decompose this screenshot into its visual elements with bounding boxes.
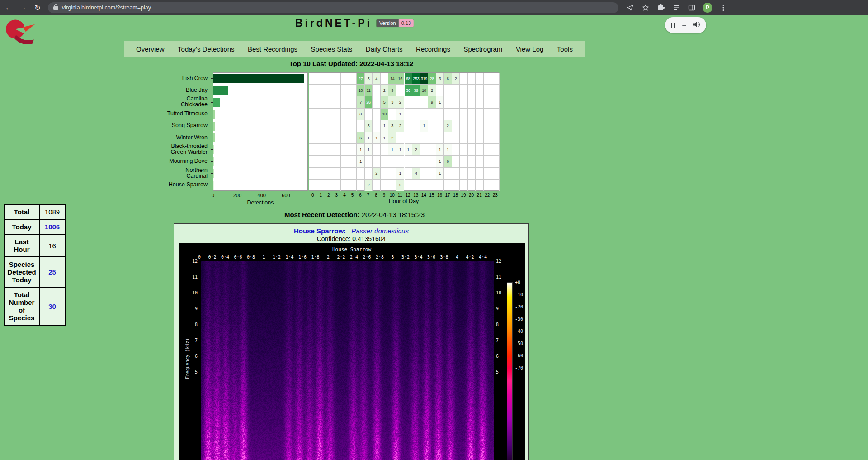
heatmap-cell: [452, 132, 460, 144]
hour-tick-label: 22: [485, 193, 490, 198]
spectrogram-y-tick-right: 6: [496, 354, 499, 359]
heatmap-cell: [341, 73, 349, 85]
nav-item-spectrogram[interactable]: Spectrogram: [460, 45, 506, 53]
recent-detection-value: 2022-04-13 18:15:23: [362, 211, 425, 218]
hour-tick-label: 0: [311, 193, 314, 198]
heatmap-cell: 10: [381, 109, 389, 120]
heatmap-cell: [405, 120, 413, 132]
stat-value[interactable]: 25: [39, 257, 65, 287]
heatmap-cell: [420, 180, 429, 191]
heatmap-cell: [412, 180, 420, 191]
spectrogram-y-tick: 7: [184, 338, 198, 343]
audio-player[interactable]: [665, 17, 706, 33]
hour-tick-label: 18: [453, 193, 458, 198]
heatmap-cell: [373, 120, 381, 132]
species-label: Black-throated Green Warbler: [163, 143, 211, 155]
heatmap-cell: [365, 156, 373, 167]
nav-item-today-s-detections[interactable]: Today's Detections: [174, 45, 238, 53]
heatmap-cell: 1: [436, 144, 444, 156]
spectrogram-x-tick: 0·6: [234, 255, 242, 260]
x-tick-label: 600: [282, 193, 290, 198]
detections-bar: [213, 133, 215, 142]
nav-item-daily-charts[interactable]: Daily Charts: [362, 45, 406, 53]
heatmap-cell: 1: [373, 132, 381, 144]
menu-icon[interactable]: [719, 3, 728, 12]
reading-list-icon[interactable]: [672, 3, 681, 12]
heatmap-cell: [325, 85, 333, 96]
stat-label: Species Detected Today: [4, 257, 39, 287]
x-tick-label: 0: [212, 193, 214, 198]
heatmap-cell: [420, 156, 429, 167]
y-tick-mark: [211, 161, 213, 162]
heatmap-cell: [460, 132, 468, 144]
detection-scientific-name: Passer domesticus: [351, 227, 409, 235]
heatmap-cell: [309, 168, 317, 180]
pause-button[interactable]: [671, 23, 675, 28]
heatmap-cell: [317, 85, 326, 96]
back-button[interactable]: ←: [3, 2, 14, 14]
heatmap-cell: [476, 156, 484, 167]
heatmap-cell: [491, 168, 500, 180]
y-tick-mark: [211, 149, 213, 150]
heatmap-cell: [460, 85, 468, 96]
heatmap-cell: [405, 168, 413, 180]
spectrogram-y-tick: 10: [184, 290, 198, 296]
heatmap-cell: [484, 109, 492, 120]
heatmap-cell: [349, 156, 357, 167]
heatmap-cell: [341, 109, 349, 120]
send-icon[interactable]: [626, 3, 635, 12]
nav-item-view-log[interactable]: View Log: [512, 45, 547, 53]
heatmap-cell: [309, 96, 317, 108]
spectrogram-y-tick: 12: [184, 259, 198, 264]
heatmap-cell: [381, 73, 389, 85]
nav-item-recordings[interactable]: Recordings: [412, 45, 454, 53]
heatmap-cell: 27: [357, 73, 365, 85]
spectrogram-colorbar: [507, 282, 513, 460]
y-tick-mark: [211, 90, 213, 90]
heatmap-cell: [420, 96, 429, 108]
url-text: virginia.birdnetpi.com/?stream=play: [62, 5, 151, 11]
stats-row: Total1089: [4, 204, 65, 219]
spectrogram-y-tick: 11: [184, 275, 198, 280]
forward-button[interactable]: →: [17, 2, 29, 14]
version-label: Version: [377, 19, 399, 27]
heatmap-cell: 253: [412, 73, 420, 85]
stat-value[interactable]: 1006: [39, 219, 65, 234]
heatmap-cell: [317, 73, 326, 85]
nav-item-species-stats[interactable]: Species Stats: [307, 45, 356, 53]
spectrogram-title: House Sparrow: [179, 247, 525, 252]
address-bar[interactable]: virginia.birdnetpi.com/?stream=play: [48, 2, 618, 13]
bookmark-star-icon[interactable]: [641, 3, 650, 12]
heatmap-cell: [468, 168, 476, 180]
extensions-icon[interactable]: [656, 3, 665, 12]
heatmap-cell: 5: [381, 96, 389, 108]
hour-tick-label: 14: [421, 193, 426, 198]
y-tick-mark: [211, 102, 213, 103]
heatmap-cell: [436, 120, 444, 132]
spectrogram-x-tick: 3·4: [414, 255, 422, 260]
y-tick-mark: [211, 78, 213, 79]
nav-item-tools[interactable]: Tools: [553, 45, 576, 53]
seek-dash[interactable]: [682, 25, 686, 26]
heatmap-cell: [365, 109, 373, 120]
heatmap-cell: 2: [396, 96, 405, 108]
heatmap-cell: [452, 85, 460, 96]
heatmap-cell: [349, 132, 357, 144]
y-tick-mark: [211, 185, 213, 185]
spectrogram-y-tick: 6: [184, 354, 198, 359]
stat-value[interactable]: 30: [39, 287, 65, 325]
heatmap-cell: [484, 85, 492, 96]
heatmap-cell: [452, 180, 460, 191]
heatmap-cell: [333, 180, 341, 191]
volume-icon[interactable]: [693, 21, 700, 29]
side-panel-icon[interactable]: [687, 3, 696, 12]
detections-bar: [213, 145, 214, 154]
nav-item-best-recordings[interactable]: Best Recordings: [244, 45, 301, 53]
nav-item-overview[interactable]: Overview: [132, 45, 168, 53]
spectrogram-x-tick: 2·6: [363, 255, 371, 260]
detections-bar: [213, 98, 220, 107]
colorbar-tick: -70: [515, 365, 523, 370]
reload-button[interactable]: ↻: [32, 2, 43, 14]
detection-species[interactable]: House Sparrow:: [294, 227, 346, 235]
profile-avatar[interactable]: P: [703, 3, 712, 13]
